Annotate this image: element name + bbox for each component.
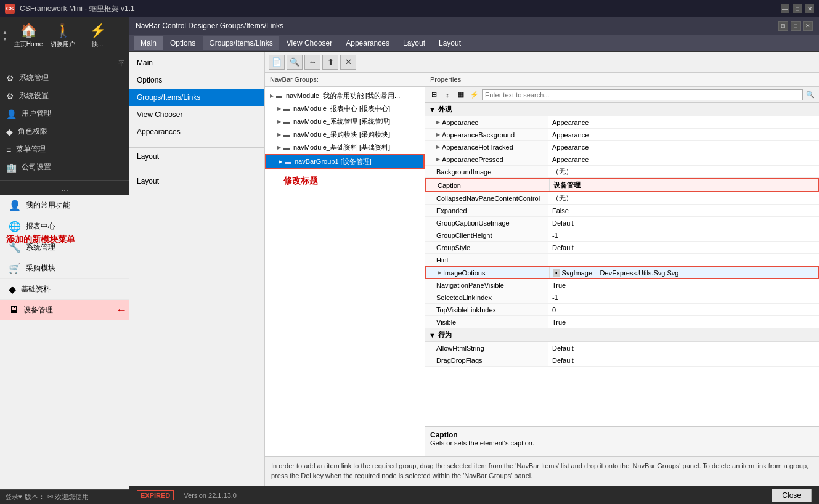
left-nav-appearances[interactable]: Appearances [129, 123, 264, 140]
toolbar-quick-button[interactable]: ⚡ 快... [81, 20, 113, 51]
group-icon-6: ▬ [285, 158, 291, 165]
login-button[interactable]: 登录▾ [5, 492, 22, 502]
group-item-4[interactable]: ▶ ▬ navModule_采购模块 [采购模块] [265, 128, 425, 141]
close-window-button[interactable]: ✕ [805, 4, 814, 13]
menu-tab-layout2[interactable]: Layout [433, 36, 467, 50]
collapse-nav-button[interactable]: 平 [118, 59, 124, 68]
props-filter-btn[interactable]: ▦ [455, 89, 467, 101]
prop-row-appearance-hot: ▶ AppearanceHotTracked Appearance [425, 141, 819, 153]
menu-tab-appearances[interactable]: Appearances [340, 36, 396, 50]
toolbar-doc-button[interactable]: 📄 [269, 55, 285, 70]
nav-item-system[interactable]: ⚙ 系统管理 [0, 69, 129, 87]
left-nav-main[interactable]: Main [129, 54, 264, 71]
dialog-content-area: NavBar Groups: ▶ ▬ navModule_我的常用功能 [我的常… [265, 73, 819, 456]
nav-item-roles[interactable]: ◆ 角色权限 [0, 123, 129, 140]
minimize-button[interactable]: — [781, 4, 789, 13]
group-item-2[interactable]: ▶ ▬ navModule_报表中心 [报表中心] [265, 102, 425, 115]
menu-mgmt-icon: ≡ [6, 145, 11, 155]
prop-value-group-caption-img[interactable]: Default [548, 217, 819, 229]
prop-name-appearance-hot: ▶ AppearanceHotTracked [425, 141, 548, 153]
app-container: ▲ ▼ 🏠 主页Home 🚶 切换用户 ⚡ 快... 平 ⚙ 系 [0, 17, 819, 504]
group-item-6[interactable]: ▶ ▬ navBarGroup1 [设备管理] [265, 154, 425, 169]
module-purchase[interactable]: 🛒 采购模块 [0, 258, 129, 279]
props-section-appearance[interactable]: ▼ 外观 [425, 103, 819, 116]
prop-value-appearance-hot[interactable]: Appearance [548, 141, 819, 153]
props-search-input[interactable] [482, 89, 803, 100]
expand-arrow-5: ▶ [277, 145, 281, 150]
props-sort-btn[interactable]: ↕ [441, 89, 454, 101]
prop-value-appearance[interactable]: Appearance [548, 116, 819, 128]
prop-value-top-visible[interactable]: 0 [548, 304, 819, 315]
restore-button[interactable]: □ [793, 4, 802, 13]
prop-row-group-caption-img: GroupCaptionUseImage Default [425, 217, 819, 229]
module-system[interactable]: 🔧 系统管理 [0, 237, 129, 258]
bottom-bar: EXPIRED Version 22.1.13.0 Close [129, 486, 819, 504]
module-device[interactable]: 🖥 设备管理 ← [0, 300, 129, 320]
nav-item-settings[interactable]: ⚙ 系统设置 [0, 87, 129, 105]
props-desc-text: Gets or sets the element's caption. [430, 439, 814, 447]
toolbar-cancel-button[interactable]: ✕ [340, 55, 356, 70]
dialog-close-bottom-button[interactable]: Close [772, 489, 812, 502]
prop-value-dragdrop[interactable]: Default [548, 354, 819, 366]
menu-tab-groups[interactable]: Groups/Items/Links [203, 36, 279, 50]
prop-value-visible[interactable]: True [548, 316, 819, 328]
prop-value-appearance-bg[interactable]: Appearance [548, 129, 819, 140]
toolbar-move-button[interactable]: ↔ [304, 55, 320, 70]
module-common[interactable]: 👤 我的常用功能 [0, 195, 129, 216]
group-icon-4: ▬ [283, 131, 290, 138]
toolbar-home-button[interactable]: 🏠 主页Home [12, 20, 44, 51]
prop-name-nav-pane-visible: NavigationPaneVisible [425, 279, 548, 291]
prop-value-group-style[interactable]: Default [548, 242, 819, 253]
prop-name-caption: Caption [426, 179, 550, 191]
toolbar-up-button[interactable]: ⬆ [322, 55, 338, 70]
group-item-5[interactable]: ▶ ▬ navModule_基础资料 [基础资料] [265, 141, 425, 154]
toolbar-search-button[interactable]: 🔍 [287, 55, 303, 70]
prop-value-expanded[interactable]: False [548, 205, 819, 216]
menu-tab-options[interactable]: Options [164, 36, 202, 50]
prop-value-appearance-pressed[interactable]: Appearance [548, 153, 819, 165]
nav-item-company[interactable]: 🏢 公司设置 [0, 158, 129, 176]
prop-value-bg-image[interactable]: （无） [548, 166, 819, 177]
dialog-title-bar: NavBar Control Designer Groups/Items/Lin… [129, 17, 819, 35]
left-nav-layout[interactable]: Layout [129, 148, 264, 165]
menu-tab-viewchooser[interactable]: View Chooser [280, 36, 338, 50]
props-description: Caption Gets or sets the element's capti… [425, 426, 819, 456]
prop-value-image-options[interactable]: ▪ SvgImage = DevExpress.Utils.Svg.Svg [550, 267, 818, 278]
groups-list: ▶ ▬ navModule_我的常用功能 [我的常用... ▶ ▬ navMod… [265, 87, 425, 456]
nav-item-users[interactable]: 👤 用户管理 [0, 105, 129, 123]
prop-value-hint[interactable] [548, 254, 819, 266]
module-basic[interactable]: ◆ 基础资料 [0, 279, 129, 300]
prop-value-allow-html[interactable]: Default [548, 342, 819, 354]
dialog-close-button[interactable]: ✕ [803, 21, 813, 31]
props-section-behavior[interactable]: ▼ 行为 [425, 328, 819, 342]
prop-value-group-client-height[interactable]: -1 [548, 229, 819, 241]
left-nav-options[interactable]: Options [129, 71, 264, 89]
prop-row-visible: Visible True [425, 316, 819, 328]
props-search-go-btn[interactable]: 🔍 [804, 89, 817, 101]
group-icon-2: ▬ [283, 105, 290, 112]
group-item-1[interactable]: ▶ ▬ navModule_我的常用功能 [我的常用... [265, 89, 425, 102]
dialog-restore-button[interactable]: □ [791, 21, 801, 31]
login-bar: 登录▾ 版本： ✉ 欢迎您使用 [0, 489, 129, 504]
module-report[interactable]: 🌐 报表中心 [0, 216, 129, 237]
left-nav-layout2[interactable]: Layout [129, 173, 264, 190]
navbar-groups-panel: NavBar Groups: ▶ ▬ navModule_我的常用功能 [我的常… [265, 73, 425, 456]
quick-icon: ⚡ [89, 23, 106, 39]
nav-item-menu[interactable]: ≡ 菜单管理 [0, 140, 129, 158]
prop-value-selected-link[interactable]: -1 [548, 291, 819, 303]
group-item-3[interactable]: ▶ ▬ navModule_系统管理 [系统管理] [265, 115, 425, 128]
menu-tab-main[interactable]: Main [134, 36, 163, 50]
left-nav-viewchooser[interactable]: View Chooser [129, 106, 264, 123]
props-lightning-btn[interactable]: ⚡ [468, 89, 481, 101]
toolbar-switch-user-button[interactable]: 🚶 切换用户 [47, 20, 79, 51]
purchase-icon: 🛒 [9, 262, 21, 274]
prop-row-appearance: ▶ Appearance Appearance [425, 116, 819, 129]
prop-value-nav-pane-visible[interactable]: True [548, 279, 819, 291]
prop-name-group-client-height: GroupClientHeight [425, 229, 548, 241]
dialog-grid-button[interactable]: ⊞ [778, 21, 788, 31]
props-category-btn[interactable]: ⊞ [428, 89, 440, 101]
prop-value-collapsed[interactable]: （无） [548, 192, 819, 204]
menu-tab-layout[interactable]: Layout [397, 36, 431, 50]
prop-value-caption[interactable]: 设备管理 [550, 179, 818, 191]
left-nav-groups[interactable]: Groups/Items/Links [129, 89, 264, 106]
